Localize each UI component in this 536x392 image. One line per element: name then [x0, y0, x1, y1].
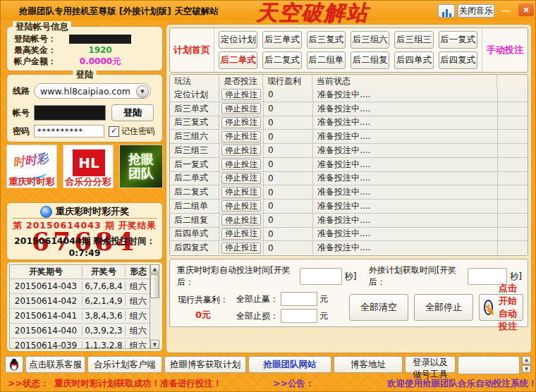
- manual-bet-label[interactable]: 手动投注: [482, 28, 528, 72]
- profit-cell: 0: [264, 144, 313, 157]
- stop-win-input[interactable]: [281, 292, 317, 306]
- chevron-down-icon[interactable]: ▼: [136, 85, 149, 98]
- line-label: 线路: [13, 85, 34, 97]
- current-profit-block: 现行共赢利： 0元: [176, 294, 231, 321]
- toggle-bet-button[interactable]: 停止投注: [221, 228, 261, 240]
- toggle-bet-button[interactable]: 停止投注: [221, 187, 261, 198]
- status-cell: 准备投注中....: [313, 130, 498, 143]
- status-cell: 准备投注中....: [313, 116, 498, 130]
- status-cell: 准备投注中....: [313, 185, 498, 199]
- account-info-title: 登陆帐号信息: [13, 21, 71, 33]
- history-rows: 20150614-043 6,7,6,8,4 组六 20150614-042 6…: [10, 279, 159, 349]
- bet-table-row: 后二单式 停止投注 0 准备投注中....: [170, 172, 528, 186]
- toggle-bet-button[interactable]: 停止投注: [221, 173, 261, 184]
- history-scrollbar[interactable]: ▲ ▼: [150, 264, 160, 349]
- hele-caption: 合乐分分彩: [63, 176, 113, 188]
- toggle-bet-button[interactable]: 停止投注: [221, 117, 261, 128]
- start-auto-bet-button[interactable]: $ 点击开始自动投注: [479, 294, 523, 321]
- history-row[interactable]: 20150614-043 6,7,6,8,4 组六: [10, 279, 159, 294]
- play-name-cell: 后二单式: [170, 172, 219, 185]
- cqssc-logo: 时时彩 重庆时时彩: [6, 145, 57, 188]
- plan-button[interactable]: 后二单式: [219, 51, 257, 69]
- toggle-bet-button[interactable]: 停止投注: [221, 200, 261, 212]
- numbers-cell: 6,2,1,4,9: [83, 296, 126, 306]
- password-input[interactable]: [34, 125, 104, 137]
- spin-down-icon[interactable]: ▼: [522, 365, 531, 374]
- plan-button[interactable]: 定位计划: [219, 31, 257, 49]
- stop-loss-input[interactable]: [281, 309, 317, 323]
- history-header-row: 开奖期号 开奖号 形态: [10, 265, 159, 279]
- footer-button[interactable]: 点击联系客服: [25, 356, 85, 373]
- close-button[interactable]: ✕: [518, 4, 534, 16]
- bet-table-row: 后四复式 停止投注 0 准备投注中....: [170, 241, 528, 255]
- profit-cell: 0: [264, 130, 313, 143]
- history-row[interactable]: 20150614-041 3,8,4,3,6 组六: [10, 309, 159, 324]
- footer-button[interactable]: 登录以及做号工具: [405, 356, 456, 373]
- play-name-cell: 后三组六: [170, 130, 219, 143]
- status-cell: 准备投注中....: [313, 228, 498, 241]
- toggle-bet-button[interactable]: 停止投注: [221, 131, 261, 142]
- plan-button[interactable]: 后二组复: [351, 51, 389, 69]
- bet-table-header: 玩法 是否投注 现行盈利 当前状态: [170, 75, 528, 89]
- toggle-bet-button[interactable]: 停止投注: [221, 89, 261, 100]
- toggle-bet-button[interactable]: 停止投注: [221, 243, 261, 254]
- footer-button[interactable]: 合乐计划客户端: [87, 356, 162, 373]
- minimize-button[interactable]: —: [497, 4, 513, 16]
- status-cell: 准备投注中....: [313, 172, 498, 185]
- plan-button[interactable]: 后一复式: [439, 31, 477, 49]
- clear-all-button[interactable]: 全部清空: [349, 294, 408, 321]
- toggle-bet-button[interactable]: 停止投注: [221, 159, 261, 170]
- play-name-cell: 后四复式: [170, 241, 219, 255]
- close-music-button[interactable]: 关闭音乐: [458, 4, 494, 18]
- remember-password-checkbox[interactable]: ✓: [109, 126, 119, 137]
- bet-time-input[interactable]: [300, 268, 342, 285]
- toggle-bet-button[interactable]: 停止投注: [221, 145, 261, 156]
- pattern-cell: 组六: [126, 310, 151, 322]
- account-input-redacted[interactable]: [34, 105, 106, 121]
- footer-spinner[interactable]: ▲ ▼: [522, 356, 531, 373]
- history-row[interactable]: 20150614-039 1,1,3,2,8 组六: [10, 338, 159, 349]
- login-button[interactable]: 登陆: [111, 104, 154, 121]
- plan-button[interactable]: 后二组单: [307, 51, 346, 69]
- play-name-cell: 后二组单: [170, 200, 219, 213]
- scroll-up-icon[interactable]: ▲: [150, 264, 159, 274]
- bet-table-row: 定位计划 停止投注 0 准备投注中....: [170, 88, 528, 102]
- music-visualizer-icon[interactable]: [438, 4, 455, 18]
- profit-cell: 0: [264, 102, 313, 116]
- footer-button[interactable]: 博客地址: [334, 356, 403, 373]
- stop-win-label: 全部止赢：: [236, 293, 279, 305]
- plan-home-label[interactable]: 计划首页: [170, 28, 214, 72]
- status-cell: 准备投注中....: [313, 102, 498, 116]
- password-label: 密码: [13, 125, 34, 137]
- plan-button[interactable]: 后二复式: [262, 51, 301, 69]
- plan-button[interactable]: 后三单式: [262, 31, 301, 49]
- toggle-bet-button[interactable]: 停止投注: [221, 103, 261, 114]
- plan-button[interactable]: 后四复式: [439, 51, 477, 69]
- qq-contact-icon[interactable]: [5, 356, 23, 373]
- footer-button[interactable]: 抢眼博客获取计划: [164, 356, 246, 373]
- plan-button[interactable]: 后三组六: [351, 31, 389, 49]
- period-cell: 20150614-042: [10, 296, 83, 306]
- play-name-cell: 后四单式: [170, 228, 219, 241]
- profit-cell: 0: [264, 214, 313, 227]
- spin-up-icon[interactable]: ▲: [522, 356, 531, 365]
- plan-button[interactable]: 后三复式: [307, 31, 346, 49]
- bet-time-label: 重庆时时彩自动投注时间[开奖后：: [177, 264, 297, 288]
- history-row[interactable]: 20150614-040 0,3,9,2,3 组六: [10, 324, 159, 338]
- history-row[interactable]: 20150614-042 6,2,1,4,9 组六: [10, 294, 159, 309]
- line-select[interactable]: www.hl8caipiao.com ▼: [34, 83, 151, 99]
- bet-table-row: 后二组复 停止投注 0 准备投注中....: [170, 214, 528, 228]
- plan-button[interactable]: 后三组三: [394, 31, 433, 49]
- profit-cell: 0: [264, 172, 313, 185]
- stop-all-button[interactable]: 全部停止: [414, 294, 473, 321]
- penguin-icon: [8, 358, 20, 371]
- scrollbar-thumb[interactable]: [150, 274, 159, 298]
- footer-button[interactable]: 抢眼团队网站: [248, 356, 331, 373]
- play-name-cell: 后三组三: [170, 144, 219, 157]
- profit-cell: 0: [264, 228, 313, 241]
- plan-button[interactable]: 后四单式: [394, 51, 433, 69]
- notice-label: >>公告：: [273, 378, 314, 390]
- scroll-down-icon[interactable]: ▼: [150, 340, 159, 349]
- status-cell: 准备投注中....: [313, 144, 498, 157]
- toggle-bet-button[interactable]: 停止投注: [221, 214, 261, 226]
